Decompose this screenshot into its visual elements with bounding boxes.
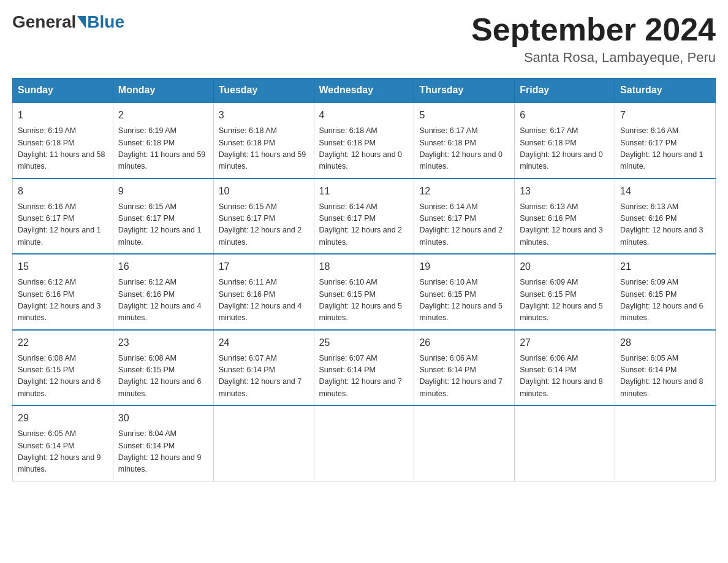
- day-number: 8: [18, 184, 108, 199]
- calendar-cell: 28Sunrise: 6:05 AMSunset: 6:14 PMDayligh…: [615, 330, 716, 406]
- day-number: 29: [18, 411, 108, 426]
- day-info: Sunrise: 6:15 AMSunset: 6:17 PMDaylight:…: [118, 201, 208, 249]
- day-number: 21: [620, 259, 710, 274]
- logo: General Blue: [12, 12, 124, 32]
- day-info: Sunrise: 6:05 AMSunset: 6:14 PMDaylight:…: [18, 428, 108, 476]
- day-number: 27: [520, 335, 610, 350]
- day-number: 12: [419, 184, 509, 199]
- day-info: Sunrise: 6:06 AMSunset: 6:14 PMDaylight:…: [520, 353, 610, 400]
- day-number: 19: [419, 259, 509, 274]
- calendar-cell: 18Sunrise: 6:10 AMSunset: 6:15 PMDayligh…: [314, 254, 414, 330]
- day-info: Sunrise: 6:15 AMSunset: 6:17 PMDaylight:…: [219, 201, 309, 249]
- logo-blue-text: Blue: [87, 12, 124, 32]
- day-info: Sunrise: 6:12 AMSunset: 6:16 PMDaylight:…: [118, 277, 208, 324]
- day-info: Sunrise: 6:17 AMSunset: 6:18 PMDaylight:…: [520, 125, 610, 173]
- column-header-tuesday: Tuesday: [213, 79, 314, 103]
- location-subtitle: Santa Rosa, Lambayeque, Peru: [471, 50, 716, 66]
- calendar-cell: 6Sunrise: 6:17 AMSunset: 6:18 PMDaylight…: [515, 102, 615, 178]
- day-info: Sunrise: 6:08 AMSunset: 6:15 PMDaylight:…: [118, 353, 208, 400]
- day-number: 6: [520, 108, 610, 123]
- day-info: Sunrise: 6:07 AMSunset: 6:14 PMDaylight:…: [219, 353, 309, 400]
- day-number: 13: [520, 184, 610, 199]
- calendar-cell: 4Sunrise: 6:18 AMSunset: 6:18 PMDaylight…: [314, 102, 414, 178]
- calendar-header-row: SundayMondayTuesdayWednesdayThursdayFrid…: [13, 79, 716, 103]
- calendar-cell: 8Sunrise: 6:16 AMSunset: 6:17 PMDaylight…: [13, 178, 113, 255]
- calendar-cell: 26Sunrise: 6:06 AMSunset: 6:14 PMDayligh…: [414, 330, 515, 406]
- column-header-thursday: Thursday: [414, 79, 515, 103]
- day-number: 28: [620, 335, 710, 350]
- day-number: 10: [219, 184, 309, 199]
- calendar-cell: [314, 405, 414, 481]
- day-info: Sunrise: 6:14 AMSunset: 6:17 PMDaylight:…: [319, 201, 409, 249]
- calendar-cell: 20Sunrise: 6:09 AMSunset: 6:15 PMDayligh…: [515, 254, 615, 330]
- calendar-cell: 1Sunrise: 6:19 AMSunset: 6:18 PMDaylight…: [13, 102, 113, 178]
- calendar-cell: 25Sunrise: 6:07 AMSunset: 6:14 PMDayligh…: [314, 330, 414, 406]
- day-info: Sunrise: 6:06 AMSunset: 6:14 PMDaylight:…: [419, 353, 509, 400]
- calendar-cell: 10Sunrise: 6:15 AMSunset: 6:17 PMDayligh…: [213, 178, 314, 255]
- calendar-cell: 24Sunrise: 6:07 AMSunset: 6:14 PMDayligh…: [213, 330, 314, 406]
- day-info: Sunrise: 6:05 AMSunset: 6:14 PMDaylight:…: [620, 353, 710, 400]
- day-info: Sunrise: 6:07 AMSunset: 6:14 PMDaylight:…: [319, 353, 409, 400]
- day-info: Sunrise: 6:18 AMSunset: 6:18 PMDaylight:…: [319, 125, 409, 173]
- day-info: Sunrise: 6:13 AMSunset: 6:16 PMDaylight:…: [620, 201, 710, 249]
- calendar-cell: 29Sunrise: 6:05 AMSunset: 6:14 PMDayligh…: [13, 405, 113, 481]
- day-number: 30: [118, 411, 208, 426]
- month-title: September 2024: [471, 12, 716, 47]
- calendar-cell: 15Sunrise: 6:12 AMSunset: 6:16 PMDayligh…: [13, 254, 113, 330]
- calendar-cell: 2Sunrise: 6:19 AMSunset: 6:18 PMDaylight…: [113, 102, 213, 178]
- day-number: 2: [118, 108, 208, 123]
- day-number: 26: [419, 335, 509, 350]
- calendar-cell: 9Sunrise: 6:15 AMSunset: 6:17 PMDaylight…: [113, 178, 213, 255]
- day-info: Sunrise: 6:19 AMSunset: 6:18 PMDaylight:…: [118, 125, 208, 173]
- week-row-3: 15Sunrise: 6:12 AMSunset: 6:16 PMDayligh…: [13, 254, 716, 330]
- calendar-cell: 13Sunrise: 6:13 AMSunset: 6:16 PMDayligh…: [515, 178, 615, 255]
- day-info: Sunrise: 6:09 AMSunset: 6:15 PMDaylight:…: [520, 277, 610, 324]
- day-number: 14: [620, 184, 710, 199]
- day-number: 20: [520, 259, 610, 274]
- day-info: Sunrise: 6:11 AMSunset: 6:16 PMDaylight:…: [219, 277, 309, 324]
- day-info: Sunrise: 6:13 AMSunset: 6:16 PMDaylight:…: [520, 201, 610, 249]
- calendar-cell: [414, 405, 515, 481]
- day-number: 22: [18, 335, 108, 350]
- day-number: 3: [219, 108, 309, 123]
- calendar-cell: [213, 405, 314, 481]
- day-number: 11: [319, 184, 409, 199]
- day-info: Sunrise: 6:14 AMSunset: 6:17 PMDaylight:…: [419, 201, 509, 249]
- calendar-cell: 19Sunrise: 6:10 AMSunset: 6:15 PMDayligh…: [414, 254, 515, 330]
- day-number: 9: [118, 184, 208, 199]
- day-number: 23: [118, 335, 208, 350]
- logo-arrow-icon: [77, 16, 86, 28]
- column-header-saturday: Saturday: [615, 79, 716, 103]
- day-info: Sunrise: 6:19 AMSunset: 6:18 PMDaylight:…: [18, 125, 108, 173]
- column-header-monday: Monday: [113, 79, 213, 103]
- calendar-cell: 5Sunrise: 6:17 AMSunset: 6:18 PMDaylight…: [414, 102, 515, 178]
- day-number: 16: [118, 259, 208, 274]
- logo-general-text: General: [12, 12, 76, 32]
- day-number: 15: [18, 259, 108, 274]
- calendar-cell: 21Sunrise: 6:09 AMSunset: 6:15 PMDayligh…: [615, 254, 716, 330]
- calendar-cell: 7Sunrise: 6:16 AMSunset: 6:17 PMDaylight…: [615, 102, 716, 178]
- calendar-table: SundayMondayTuesdayWednesdayThursdayFrid…: [12, 78, 716, 481]
- day-info: Sunrise: 6:12 AMSunset: 6:16 PMDaylight:…: [18, 277, 108, 324]
- calendar-cell: 27Sunrise: 6:06 AMSunset: 6:14 PMDayligh…: [515, 330, 615, 406]
- calendar-cell: 3Sunrise: 6:18 AMSunset: 6:18 PMDaylight…: [213, 102, 314, 178]
- day-info: Sunrise: 6:09 AMSunset: 6:15 PMDaylight:…: [620, 277, 710, 324]
- page-header: General Blue September 2024 Santa Rosa, …: [12, 12, 716, 66]
- day-info: Sunrise: 6:17 AMSunset: 6:18 PMDaylight:…: [419, 125, 509, 173]
- calendar-cell: 11Sunrise: 6:14 AMSunset: 6:17 PMDayligh…: [314, 178, 414, 255]
- day-info: Sunrise: 6:10 AMSunset: 6:15 PMDaylight:…: [319, 277, 409, 324]
- day-info: Sunrise: 6:10 AMSunset: 6:15 PMDaylight:…: [419, 277, 509, 324]
- calendar-cell: 23Sunrise: 6:08 AMSunset: 6:15 PMDayligh…: [113, 330, 213, 406]
- week-row-4: 22Sunrise: 6:08 AMSunset: 6:15 PMDayligh…: [13, 330, 716, 406]
- day-number: 17: [219, 259, 309, 274]
- calendar-cell: [515, 405, 615, 481]
- calendar-cell: 12Sunrise: 6:14 AMSunset: 6:17 PMDayligh…: [414, 178, 515, 255]
- title-area: September 2024 Santa Rosa, Lambayeque, P…: [471, 12, 716, 66]
- day-number: 5: [419, 108, 509, 123]
- day-number: 7: [620, 108, 710, 123]
- day-number: 4: [319, 108, 409, 123]
- day-info: Sunrise: 6:16 AMSunset: 6:17 PMDaylight:…: [620, 125, 710, 173]
- day-info: Sunrise: 6:18 AMSunset: 6:18 PMDaylight:…: [219, 125, 309, 173]
- day-number: 18: [319, 259, 409, 274]
- week-row-1: 1Sunrise: 6:19 AMSunset: 6:18 PMDaylight…: [13, 102, 716, 178]
